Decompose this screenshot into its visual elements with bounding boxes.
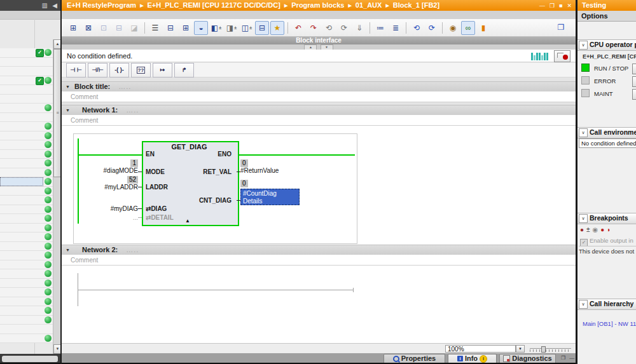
enable-all-breakpoints-icon[interactable]: ◉ <box>593 226 598 233</box>
pin-cnt-diag[interactable]: CNT_DIAG <box>142 197 232 205</box>
compare-row[interactable] <box>0 67 53 76</box>
compare-row[interactable] <box>0 233 53 242</box>
compare-row[interactable] <box>0 196 53 205</box>
operand-detail[interactable]: ... <box>78 214 138 222</box>
compare-row[interactable] <box>0 168 53 178</box>
breakpoints-header[interactable]: ∨Breakpoints <box>577 213 636 224</box>
compare-row[interactable] <box>0 334 53 344</box>
split-editor-icon[interactable]: ❐ <box>555 22 567 33</box>
pane-divider[interactable] <box>60 0 62 364</box>
network-1-bar[interactable]: ▼ Network 1: ….. <box>62 105 576 116</box>
coil-button[interactable]: -( )- <box>109 63 129 78</box>
compare-row[interactable] <box>0 260 53 270</box>
compare-row[interactable] <box>0 104 53 113</box>
mode-operand-group[interactable]: 1 #diagMODE <box>78 159 138 175</box>
compare-row[interactable] <box>0 140 53 150</box>
toggle-breakpoint-icon[interactable]: ● <box>580 226 584 233</box>
float-panel-button[interactable]: ❐ <box>561 355 565 361</box>
absolute-operands-icon[interactable]: ☰ <box>148 21 162 35</box>
sidebar-toggle-icon[interactable]: ▥ <box>42 1 48 10</box>
operand-diagmode[interactable]: #diagMODE <box>78 167 138 175</box>
insert-network-icon[interactable]: ⊞ <box>66 21 80 35</box>
compare-row[interactable] <box>0 85 53 95</box>
cpu-panel-button[interactable] <box>632 76 636 87</box>
operand-countdiagdetails-selected[interactable]: #CountDiag Details <box>240 189 300 205</box>
restore-button[interactable]: ❐ <box>550 3 555 9</box>
compare-row[interactable] <box>0 269 53 279</box>
zoom-select[interactable]: 100% <box>445 345 516 353</box>
compare-row[interactable] <box>0 95 53 104</box>
close-all-networks-icon[interactable]: ⊟ <box>163 21 177 35</box>
jump-forward-icon[interactable]: ⟳ <box>425 21 439 35</box>
dropdown-icon[interactable]: ± <box>234 25 237 30</box>
activate-breakpoint-icon[interactable]: ● <box>600 226 604 233</box>
chevron-down-icon[interactable]: ∨ <box>579 41 588 50</box>
compare-row[interactable] <box>0 205 53 215</box>
compare-row[interactable] <box>0 316 53 325</box>
compare-row[interactable] <box>0 159 53 168</box>
detail-operand-group[interactable]: ... <box>78 214 138 222</box>
collapse-icon[interactable]: ▼ <box>66 245 70 255</box>
call-condition-box[interactable]: No condition defined <box>579 138 636 148</box>
open-contact-button[interactable]: ⊣ ⊢ <box>66 63 86 78</box>
cpu-panel-button[interactable] <box>632 89 636 100</box>
compare-row[interactable] <box>0 288 53 297</box>
block-name[interactable]: GET_DIAG <box>142 143 237 151</box>
compare-editor-icon[interactable]: ≔ <box>373 21 387 35</box>
close-branch-button[interactable]: ↱ <box>174 63 194 78</box>
network-2-canvas[interactable] <box>62 266 576 343</box>
deactivate-breakpoint-icon[interactable]: ◗ <box>607 226 611 233</box>
call-environment-header[interactable]: ∨Call environment <box>577 127 636 138</box>
chevron-down-icon[interactable]: ∨ <box>579 214 588 223</box>
breadcrumb-folder[interactable]: 01_AUX <box>356 1 382 9</box>
previous-error-icon[interactable]: ↶ <box>291 21 305 35</box>
scroll-up-icon[interactable]: ▲ <box>53 39 60 49</box>
compare-row[interactable] <box>0 187 53 196</box>
consistency-download-icon[interactable]: ⇓ <box>352 21 366 35</box>
chevron-down-icon[interactable]: ∨ <box>579 128 588 137</box>
network-2-title-placeholder[interactable]: ….. <box>126 246 139 253</box>
insert-multiinstance-icon[interactable]: ◫± <box>240 21 254 35</box>
maximize-button[interactable]: ■ <box>559 3 562 9</box>
pin-ret-val[interactable]: RET_VAL <box>142 168 232 176</box>
compare-row[interactable]: ✓ <box>0 76 53 86</box>
operand-myladdr[interactable]: #myLADDR <box>78 184 138 191</box>
block-interface-bar[interactable]: Block interface <box>62 37 576 44</box>
pin-eno[interactable]: ENO <box>142 151 232 158</box>
slider-thumb[interactable] <box>541 346 546 353</box>
empty-box-button[interactable]: ?? <box>131 63 151 78</box>
zoom-slider[interactable] <box>530 346 571 352</box>
monitoring-glasses-icon[interactable]: ∞ <box>461 21 475 35</box>
insert-block-call-icon[interactable]: ◨± <box>225 21 238 35</box>
jump-back-icon[interactable]: ⟲ <box>410 21 424 35</box>
zoom-dropdown-icon[interactable]: ▼ <box>516 345 525 353</box>
diag-operand-group[interactable]: #myDIAG <box>78 205 138 213</box>
call-hierarchy-header[interactable]: ∨Call hierarchy <box>577 299 636 310</box>
scroll-down-icon[interactable]: ▼ <box>53 344 60 354</box>
compare-row[interactable] <box>0 177 53 187</box>
dropdown-icon[interactable]: ± <box>249 25 252 30</box>
delete-network-icon[interactable]: ⊠ <box>81 21 95 35</box>
symbol-information-icon[interactable]: ⊟ <box>255 21 269 35</box>
breadcrumb-project[interactable]: E+H RestyleProgram <box>67 1 136 9</box>
compare-row[interactable] <box>0 150 53 159</box>
collapse-panel-button[interactable]: — <box>569 355 574 361</box>
pin-detail[interactable]: ⇄DETAIL <box>146 214 174 222</box>
compare-row[interactable] <box>0 113 53 123</box>
operand-mydiag[interactable]: #myDIAG <box>78 205 138 213</box>
chevron-down-icon[interactable]: ∨ <box>579 300 588 309</box>
panel-divider[interactable] <box>576 0 577 364</box>
next-error-icon[interactable]: ↷ <box>307 21 321 35</box>
breakpoint-options-icon[interactable]: ± <box>586 226 590 233</box>
stop-action-icon[interactable]: ▮ <box>476 21 490 35</box>
compare-row[interactable] <box>0 242 53 252</box>
network-comments-icon[interactable]: ◒ <box>194 21 208 35</box>
compare-row[interactable] <box>0 251 53 260</box>
block-title-placeholder[interactable]: ….. <box>118 83 131 90</box>
tab-properties[interactable]: Properties <box>384 354 445 363</box>
network-2-bar[interactable]: ▼ Network 2: ….. <box>62 245 576 255</box>
compare-row[interactable] <box>0 306 53 316</box>
compare-row[interactable] <box>0 325 53 334</box>
network-1-canvas[interactable]: GET_DIAG EN MODE LADDR ⇄DIAG ⇄DETAIL ENO… <box>62 126 576 245</box>
tab-info[interactable]: i Info i <box>448 354 497 363</box>
